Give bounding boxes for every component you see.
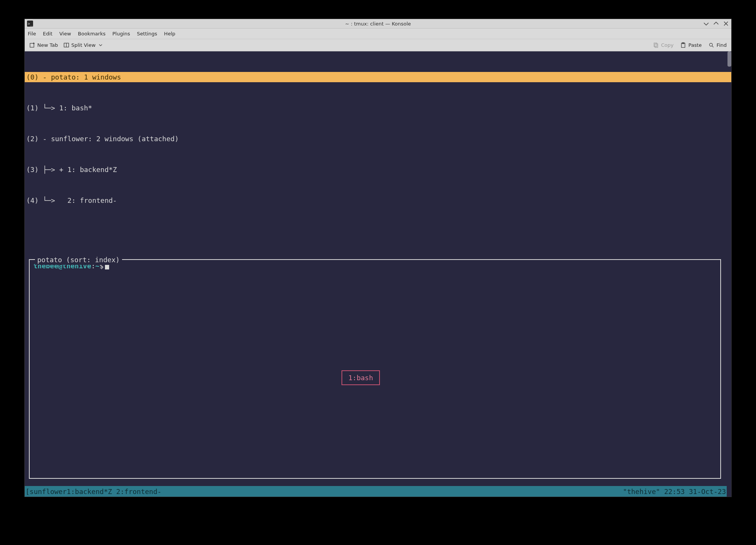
tree-line-2[interactable]: (2) - sunflower: 2 windows (attached) xyxy=(25,134,731,144)
svg-point-7 xyxy=(710,43,713,46)
menu-plugins[interactable]: Plugins xyxy=(112,31,130,37)
find-label: Find xyxy=(716,42,727,48)
menubar: File Edit View Bookmarks Plugins Setting… xyxy=(25,29,731,39)
paste-icon xyxy=(680,42,686,48)
svg-rect-3 xyxy=(654,43,657,46)
split-view-button[interactable]: Split View xyxy=(64,42,104,48)
paste-label: Paste xyxy=(688,42,702,48)
menu-settings[interactable]: Settings xyxy=(137,31,157,37)
tree-line-3[interactable]: (3) ├─> + 1: backend*Z xyxy=(25,164,731,175)
status-left: [sunflower1:backend*Z 2:frontend- xyxy=(25,486,162,497)
preview-title: potato (sort: index) xyxy=(35,255,122,265)
status-right: "thehive" 22:53 31-Oct-23 xyxy=(623,486,726,497)
chevron-down-icon xyxy=(98,42,103,48)
minimize-icon[interactable] xyxy=(703,21,709,27)
window-title: ~ : tmux: client — Konsole xyxy=(25,21,731,27)
pane-label: 1:bash xyxy=(341,370,380,385)
menu-bookmarks[interactable]: Bookmarks xyxy=(78,31,106,37)
tmux-status-bar: [sunflower1:backend*Z 2:frontend- "thehi… xyxy=(25,486,727,497)
paste-button[interactable]: Paste xyxy=(680,42,702,48)
close-icon[interactable] xyxy=(723,21,729,27)
window-buttons xyxy=(703,21,729,27)
preview-body: thebee@thehive:~$ xyxy=(30,260,720,272)
split-view-icon xyxy=(64,42,69,48)
tree-line-1[interactable]: (1) └─> 1: bash* xyxy=(25,103,731,113)
svg-rect-0 xyxy=(30,43,34,47)
menu-help[interactable]: Help xyxy=(164,31,175,37)
menu-view[interactable]: View xyxy=(59,31,71,37)
terminal-scrollbar[interactable] xyxy=(727,51,731,67)
menu-file[interactable]: File xyxy=(28,31,36,37)
toolbar: New Tab Split View Copy Paste xyxy=(25,39,731,51)
new-tab-icon xyxy=(29,42,35,48)
titlebar: >_ ~ : tmux: client — Konsole xyxy=(25,19,731,29)
svg-line-8 xyxy=(712,46,714,48)
preview-pane: potato (sort: index) thebee@thehive:~$ 1… xyxy=(29,259,721,479)
tmux-session-tree: (0) - potato: 1 windows (1) └─> 1: bash*… xyxy=(25,51,731,226)
tree-line-4[interactable]: (4) └─> 2: frontend- xyxy=(25,195,731,206)
konsole-window: >_ ~ : tmux: client — Konsole File Edit … xyxy=(24,19,732,497)
terminal-area[interactable]: (0) - potato: 1 windows (1) └─> 1: bash*… xyxy=(25,51,731,497)
app-icon: >_ xyxy=(27,21,33,27)
copy-button[interactable]: Copy xyxy=(653,42,673,48)
menu-edit[interactable]: Edit xyxy=(43,31,52,37)
tree-line-0[interactable]: (0) - potato: 1 windows xyxy=(25,72,731,82)
search-icon xyxy=(708,42,714,48)
new-tab-label: New Tab xyxy=(37,42,58,48)
new-tab-button[interactable]: New Tab xyxy=(29,42,58,48)
copy-label: Copy xyxy=(661,42,673,48)
find-button[interactable]: Find xyxy=(708,42,727,48)
maximize-icon[interactable] xyxy=(713,21,719,27)
svg-rect-4 xyxy=(655,44,658,47)
split-view-label: Split View xyxy=(71,42,96,48)
copy-icon xyxy=(653,42,659,48)
